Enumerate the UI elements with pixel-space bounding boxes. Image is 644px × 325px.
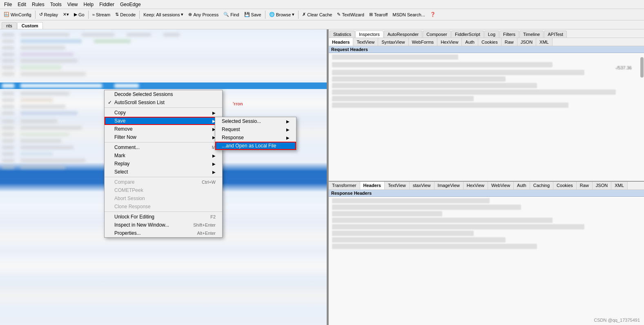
tab-filters[interactable]: Filters bbox=[499, 31, 519, 38]
submenu-open-local[interactable]: ...and Open as Local File bbox=[215, 142, 296, 150]
submenu-request[interactable]: Request ▶ bbox=[215, 125, 296, 134]
tab-statistics[interactable]: Statistics bbox=[330, 31, 355, 38]
find-button[interactable]: 🔍 Find bbox=[221, 11, 241, 18]
toolbar-sep-2 bbox=[88, 11, 89, 19]
tab-apitest[interactable]: APITest bbox=[544, 31, 567, 38]
subtab-request-webforms[interactable]: WebForms bbox=[409, 38, 438, 46]
toolbar: 🪟 WinConfig ↺ Replay ✕▾ ▶ Go ≈ Stream ⇅ … bbox=[0, 9, 644, 20]
menu-tools[interactable]: Tools bbox=[48, 1, 64, 8]
tab-nts[interactable]: nts bbox=[2, 22, 17, 29]
mark-arrow: ▶ bbox=[212, 154, 216, 158]
msdn-search-button[interactable]: MSDN Search... bbox=[390, 11, 427, 18]
subtab-response-staxview[interactable]: staxView bbox=[410, 182, 435, 189]
menu-abort-session: Abort Session bbox=[105, 194, 222, 203]
browse-button[interactable]: 🌐 Browse ▾ bbox=[267, 11, 297, 18]
menu-filter-now[interactable]: Filter Now ▶ bbox=[105, 133, 222, 141]
menu-geoedge[interactable]: GeoEdge bbox=[118, 1, 143, 8]
menu-remove[interactable]: Remove ▶ bbox=[105, 125, 222, 133]
subtab-response-raw[interactable]: Raw bbox=[577, 182, 593, 189]
request-sub-tabs: Headers TextView SyntaxView WebForms Hex… bbox=[329, 38, 644, 46]
stream-button[interactable]: ≈ Stream bbox=[90, 11, 113, 18]
tab-inspectors[interactable]: Inspectors bbox=[355, 31, 383, 38]
any-process-button[interactable]: ⊕ Any Process bbox=[186, 11, 221, 18]
menu-sep-4 bbox=[105, 211, 222, 212]
menu-copy[interactable]: Copy ▶ bbox=[105, 109, 222, 117]
subtab-response-xml[interactable]: XML bbox=[611, 182, 628, 189]
menu-save[interactable]: Save ▶ Selected Sessio... ▶ Request ▶ bbox=[105, 117, 222, 125]
subtab-response-caching[interactable]: Caching bbox=[530, 182, 553, 189]
response-inspector: Transformer Headers TextView staxView Im… bbox=[329, 182, 644, 325]
subtab-request-raw[interactable]: Raw bbox=[501, 38, 517, 46]
subtab-request-json[interactable]: JSON bbox=[517, 38, 536, 46]
replay-button[interactable]: ↺ Replay bbox=[37, 11, 60, 18]
save-submenu[interactable]: Selected Sessio... ▶ Request ▶ Response … bbox=[215, 117, 296, 150]
select-arrow: ▶ bbox=[212, 170, 216, 174]
menu-help[interactable]: Help bbox=[81, 1, 96, 8]
replay-arrow: ▶ bbox=[212, 162, 216, 166]
subtab-response-textview[interactable]: TextView bbox=[385, 182, 410, 189]
properties-shortcut: Alt+Enter bbox=[197, 231, 216, 236]
menu-inspect-new-window[interactable]: Inspect in New Window... Shift+Enter bbox=[105, 221, 222, 229]
subtab-response-headers[interactable]: Headers bbox=[360, 182, 385, 189]
subtab-response-cookies[interactable]: Cookies bbox=[553, 182, 577, 189]
subtab-request-auth[interactable]: Auth bbox=[462, 38, 478, 46]
winconfig-button[interactable]: 🪟 WinConfig bbox=[2, 11, 33, 18]
menu-view[interactable]: View bbox=[65, 1, 80, 8]
subtab-request-xml[interactable]: XML bbox=[536, 38, 553, 46]
subtab-request-textview[interactable]: TextView bbox=[353, 38, 378, 46]
blurred-value: -/537.36 bbox=[615, 65, 632, 70]
session-list[interactable]: 'rron Decode Selected Sessions ✓ AutoScr… bbox=[0, 29, 327, 325]
clear-cache-button[interactable]: ✗ Clear Cache bbox=[300, 11, 334, 18]
subtab-response-hexview[interactable]: HexView bbox=[464, 182, 488, 189]
menu-compare: Compare Ctrl+W bbox=[105, 178, 222, 186]
tab-autoresponder[interactable]: AutoResponder bbox=[384, 31, 422, 38]
subtab-response-webview[interactable]: WebView bbox=[488, 182, 514, 189]
context-menu[interactable]: Decode Selected Sessions ✓ AutoScroll Se… bbox=[104, 90, 223, 238]
request-headers-label: Request Headers bbox=[329, 46, 644, 53]
decode-button[interactable]: ⇅ Decode bbox=[113, 11, 138, 18]
subtab-request-syntaxview[interactable]: SyntaxView bbox=[378, 38, 408, 46]
subtab-request-cookies[interactable]: Cookies bbox=[478, 38, 501, 46]
compare-shortcut: Ctrl+W bbox=[202, 180, 216, 185]
submenu-selected-session[interactable]: Selected Sessio... ▶ bbox=[215, 117, 296, 125]
menu-unlock-editing[interactable]: Unlock For Editing F2 bbox=[105, 213, 222, 221]
subtab-response-json[interactable]: JSON bbox=[593, 182, 611, 189]
request-content: -/537.36 bbox=[329, 53, 644, 180]
menu-autoscroll[interactable]: ✓ AutoScroll Session List bbox=[105, 98, 222, 107]
textwizard-button[interactable]: ✎ TextWizard bbox=[335, 11, 366, 18]
tearoff-button[interactable]: ⊞ Tearoff bbox=[367, 11, 390, 18]
menu-comment[interactable]: Comment... M bbox=[105, 143, 222, 151]
help-button[interactable]: ❓ bbox=[428, 11, 438, 18]
tab-custom[interactable]: Custom bbox=[17, 22, 43, 29]
subtab-request-headers[interactable]: Headers bbox=[329, 38, 353, 46]
main-area: 'rron Decode Selected Sessions ✓ AutoScr… bbox=[0, 29, 644, 325]
subtab-request-hexview[interactable]: HexView bbox=[437, 38, 462, 46]
subtab-response-auth[interactable]: Auth bbox=[514, 182, 530, 189]
menu-decode-selected[interactable]: Decode Selected Sessions bbox=[105, 90, 222, 98]
keep-sessions-button[interactable]: Keep: All sessions ▾ bbox=[141, 11, 185, 18]
menu-replay[interactable]: Replay ▶ bbox=[105, 160, 222, 168]
menu-properties[interactable]: Properties... Alt+Enter bbox=[105, 229, 222, 237]
toolbar-sep-1 bbox=[35, 11, 36, 19]
replay-dropdown[interactable]: ✕▾ bbox=[61, 11, 71, 18]
submenu-response[interactable]: Response ▶ bbox=[215, 134, 296, 142]
menu-select[interactable]: Select ▶ bbox=[105, 168, 222, 176]
request-scrollbar[interactable] bbox=[640, 57, 644, 78]
unlock-shortcut: F2 bbox=[210, 214, 216, 219]
menu-fiddler[interactable]: Fiddler bbox=[97, 1, 117, 8]
tab-composer[interactable]: Composer bbox=[423, 31, 451, 38]
inspector-panel: Statistics Inspectors AutoResponder Comp… bbox=[328, 29, 644, 325]
menu-sep-1 bbox=[105, 107, 222, 108]
subtab-response-imageview[interactable]: ImageView bbox=[435, 182, 464, 189]
tab-log[interactable]: Log bbox=[484, 31, 499, 38]
menu-file[interactable]: File bbox=[2, 1, 14, 8]
go-button[interactable]: ▶ Go bbox=[72, 11, 87, 18]
tab-fiddlerscript[interactable]: FiddlerScript bbox=[451, 31, 484, 38]
menu-clone-response: Clone Response bbox=[105, 203, 222, 211]
menu-edit[interactable]: Edit bbox=[15, 1, 29, 8]
menu-rules[interactable]: Rules bbox=[29, 1, 47, 8]
subtab-transformer[interactable]: Transformer bbox=[329, 182, 360, 189]
tab-timeline[interactable]: Timeline bbox=[519, 31, 544, 38]
save-toolbar-button[interactable]: 💾 Save bbox=[242, 11, 263, 18]
menu-mark[interactable]: Mark ▶ bbox=[105, 151, 222, 160]
